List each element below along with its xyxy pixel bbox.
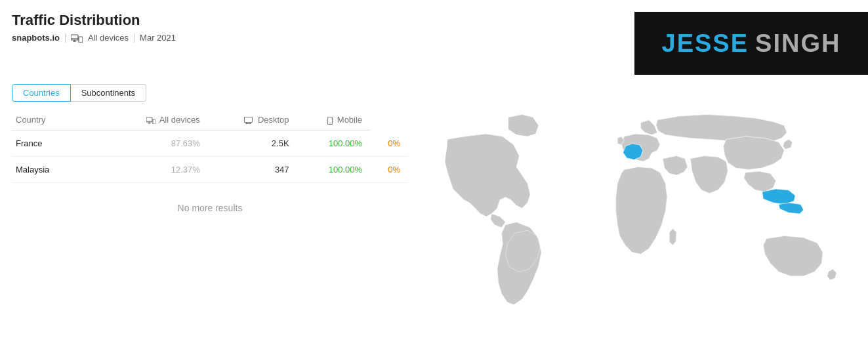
malaysia-desktop: 100.00% <box>297 157 371 183</box>
main-content: Country All devices <box>0 102 868 349</box>
world-map <box>420 102 861 342</box>
all-devices-label: All devices <box>88 33 129 43</box>
svg-point-5 <box>80 41 81 42</box>
country-france: France <box>12 131 105 157</box>
divider <box>65 33 66 43</box>
malaysia-count: 347 <box>208 157 297 183</box>
france-mobile: 0% <box>370 131 408 157</box>
divider2 <box>134 33 134 43</box>
desktop-icon <box>244 115 258 125</box>
tabs-row: Countries Subcontinents <box>0 75 868 102</box>
france-desktop: 100.00% <box>297 131 371 157</box>
malaysia-mobile: 0% <box>370 157 408 183</box>
malaysia-pct: 12.37% <box>105 157 208 183</box>
map-area <box>420 102 868 349</box>
table-row: Malaysia 12.37% 347 100.00% 0% <box>12 157 408 183</box>
header-left: Traffic Distribution snapbots.io All dev… <box>12 12 176 43</box>
subtitle-row: snapbots.io All devices Mar 2021 <box>12 33 176 43</box>
header-bar: Traffic Distribution snapbots.io All dev… <box>0 0 868 75</box>
devices-icon <box>71 33 83 43</box>
svg-rect-10 <box>153 119 155 124</box>
table-row: France 87.63% 2.5K 100.00% 0% <box>12 131 408 157</box>
col-country: Country <box>12 111 105 131</box>
date-range: Mar 2021 <box>140 33 176 43</box>
data-table: Country All devices <box>12 111 408 183</box>
brand-jesse: JESSE <box>662 30 749 58</box>
col-mobile-label: Mobile <box>337 115 362 125</box>
col-all-devices-label: All devices <box>159 115 200 125</box>
col-mobile: Mobile <box>297 111 371 131</box>
mobile-icon <box>327 115 337 125</box>
country-malaysia: Malaysia <box>12 157 105 183</box>
tab-subcontinents[interactable]: Subcontinents <box>71 84 146 102</box>
col-all-devices-icon <box>146 115 159 125</box>
brand-panel: JESSE SINGH <box>634 12 868 75</box>
col-all-devices: All devices <box>105 111 208 131</box>
col-desktop-label: Desktop <box>258 115 289 125</box>
table-area: Country All devices <box>0 102 420 349</box>
france-pct: 87.63% <box>105 131 208 157</box>
site-label: snapbots.io <box>12 33 60 43</box>
france-count: 2.5K <box>208 131 297 157</box>
svg-point-16 <box>329 122 330 123</box>
col-desktop: Desktop <box>208 111 297 131</box>
svg-rect-11 <box>245 117 253 123</box>
page-title: Traffic Distribution <box>12 12 176 29</box>
svg-rect-0 <box>71 35 78 40</box>
no-more-results: No more results <box>12 203 408 213</box>
brand-singh: SINGH <box>755 30 840 58</box>
tab-countries[interactable]: Countries <box>12 84 71 102</box>
